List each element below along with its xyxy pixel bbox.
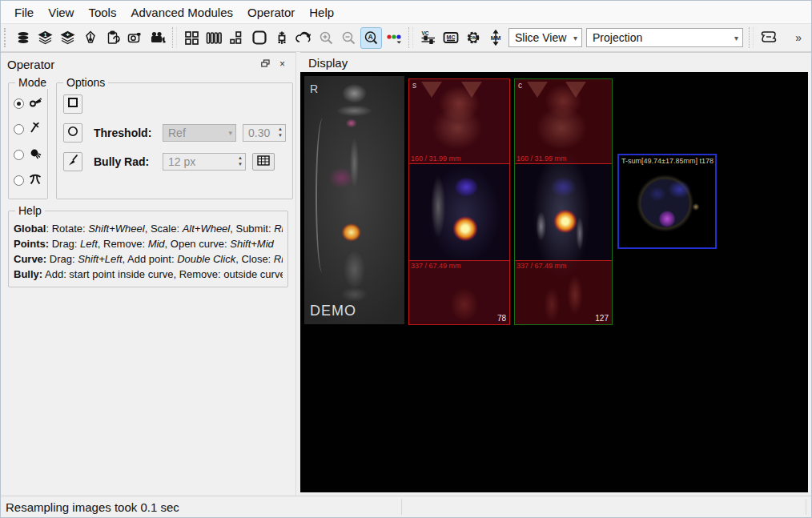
zoom-auto-button[interactable]: A xyxy=(360,27,382,49)
orientation-label: R xyxy=(310,82,318,95)
threshold-number-spinbox[interactable]: 0.30 ▲ ▼ xyxy=(243,124,286,142)
chevron-down-icon: ▾ xyxy=(730,34,738,42)
roi-bottom-extent-label: 337 / 67.49 mm xyxy=(411,262,461,270)
operator-panel: Operator × Mode xyxy=(1,52,296,496)
dm-tool-button[interactable]: DM xyxy=(462,27,484,49)
tsum-label: T-sum[49.74±17.85mm] t178 xyxy=(621,157,714,165)
svg-text:MM: MM xyxy=(490,34,500,42)
clipboard-icon xyxy=(106,30,120,45)
projection-viewport[interactable]: R DEMO xyxy=(304,76,404,324)
single-view-icon xyxy=(251,30,267,46)
threshold-combo[interactable]: Ref ▾ xyxy=(163,124,236,142)
layers-one-icon: 1 xyxy=(38,30,53,46)
coronal-view-label: c xyxy=(518,81,522,90)
menu-bar: File View Tools Advanced Modules Operato… xyxy=(1,1,811,23)
menu-tools[interactable]: Tools xyxy=(81,2,123,22)
menu-file[interactable]: File xyxy=(7,2,41,22)
layout-grid-button[interactable] xyxy=(181,27,203,49)
layers-add-button[interactable]: + xyxy=(57,27,78,49)
dm-gear-icon: DM xyxy=(465,30,481,46)
bully-brush-button[interactable] xyxy=(63,152,82,171)
sagittal-viewport[interactable]: 160 / 31.99 mm 337 / 67.49 mm s 78 xyxy=(408,78,510,325)
report-button[interactable] xyxy=(102,27,123,49)
spin-down-icon: ▼ xyxy=(278,133,283,139)
display-area: Display R DEMO 160 / 31.99 mm 337 / 67.4… xyxy=(300,52,811,496)
mm-tool-button[interactable]: MM xyxy=(484,27,506,49)
pointer-pin-button[interactable] xyxy=(271,27,292,49)
menu-help[interactable]: Help xyxy=(302,2,341,22)
options-group-title: Options xyxy=(63,76,108,89)
magnetic-tool-icon xyxy=(28,94,42,112)
bully-rad-spinbox[interactable]: 12 px ▲ ▼ xyxy=(163,153,246,171)
roi-top-extent-label: 160 / 31.99 mm xyxy=(517,155,567,163)
float-icon xyxy=(261,58,270,70)
vc-tool-button[interactable]: VC xyxy=(417,27,439,49)
square-icon xyxy=(66,95,80,113)
point-tool-icon xyxy=(28,120,42,138)
mode-group: Mode xyxy=(8,82,48,199)
sagittal-view-label: s xyxy=(412,81,416,90)
mc-tool-button[interactable]: MC xyxy=(440,27,461,49)
axial-viewport[interactable]: T-sum[49.74±17.85mm] t178 xyxy=(617,154,717,249)
pen-nib-icon xyxy=(83,30,98,45)
database-icon xyxy=(16,30,30,45)
options-group: Options Threshold: Ref ▾ 0.30 xyxy=(56,82,293,199)
vc-sliders-icon: VC xyxy=(420,30,436,46)
toolbar-handle xyxy=(4,28,8,47)
display-canvas[interactable]: R DEMO 160 / 31.99 mm 337 / 67.49 mm s 7… xyxy=(300,72,808,492)
menu-advanced-modules[interactable]: Advanced Modules xyxy=(123,2,240,22)
circle-icon xyxy=(66,124,80,142)
radio-button xyxy=(14,175,24,186)
rectangle-roi-button[interactable] xyxy=(63,94,82,114)
snapshot-button[interactable] xyxy=(124,27,146,49)
table-grid-icon xyxy=(257,155,270,169)
zoom-out-button[interactable] xyxy=(338,27,360,49)
zoom-auto-icon: A xyxy=(364,30,379,46)
circle-roi-button[interactable] xyxy=(63,123,82,143)
movie-button[interactable] xyxy=(147,27,168,49)
layout-mixed-button[interactable] xyxy=(226,27,247,49)
bully-rad-label: Bully Rad: xyxy=(94,155,163,168)
mode-option-bully[interactable] xyxy=(14,146,42,163)
cloud-rotate-icon xyxy=(295,30,312,46)
layout-single-button[interactable] xyxy=(248,27,270,49)
threshold-value: Ref xyxy=(168,126,186,139)
menu-view[interactable]: View xyxy=(41,2,81,22)
status-bar: Resampling images took 0.1 sec xyxy=(1,496,811,517)
demo-watermark: DEMO xyxy=(310,303,356,319)
roi-top-extent-label: 160 / 31.99 mm xyxy=(411,155,461,163)
spinner-arrows[interactable]: ▲ ▼ xyxy=(235,155,245,168)
spinner-arrows[interactable]: ▲ ▼ xyxy=(275,126,285,139)
script-scroll-icon xyxy=(759,29,778,46)
layers-first-button[interactable]: 1 xyxy=(34,27,56,49)
operator-panel-header: Operator × xyxy=(1,53,295,74)
close-panel-button[interactable]: × xyxy=(275,58,289,70)
zoom-in-button[interactable] xyxy=(316,27,337,49)
zoom-in-icon xyxy=(319,30,334,46)
rotate-view-button[interactable] xyxy=(293,27,315,49)
chevron-down-icon: ▾ xyxy=(228,129,232,137)
data-manager-button[interactable] xyxy=(12,27,34,49)
script-button[interactable] xyxy=(758,27,779,49)
slice-view-combo[interactable]: Slice View ▾ xyxy=(509,28,582,47)
layers-plus-icon: + xyxy=(60,30,75,46)
menu-operator[interactable]: Operator xyxy=(240,2,302,22)
help-line-global: Global: Rotate: Shift+Wheel, Scale: Alt+… xyxy=(14,221,283,236)
coronal-slice-number: 127 xyxy=(595,314,609,323)
toolbar-overflow-button[interactable]: » xyxy=(795,31,806,44)
color-channels-button[interactable] xyxy=(383,27,404,49)
float-panel-button[interactable] xyxy=(259,58,272,70)
mode-option-point[interactable] xyxy=(14,120,42,138)
projection-value: Projection xyxy=(593,31,642,44)
spin-down-icon: ▼ xyxy=(238,162,243,168)
coronal-viewport[interactable]: 160 / 31.99 mm 337 / 67.49 mm c 127 xyxy=(514,78,613,325)
radio-button xyxy=(14,124,24,135)
svg-text:A: A xyxy=(368,33,372,41)
projection-combo[interactable]: Projection ▾ xyxy=(586,28,743,47)
mc-box-icon: MC xyxy=(443,30,459,45)
mode-option-open-curve[interactable] xyxy=(14,171,42,189)
mode-option-magnetic[interactable] xyxy=(14,94,42,112)
layout-slices-button[interactable] xyxy=(203,27,225,49)
pen-tool-button[interactable] xyxy=(79,27,101,49)
matrix-button[interactable] xyxy=(252,153,275,171)
